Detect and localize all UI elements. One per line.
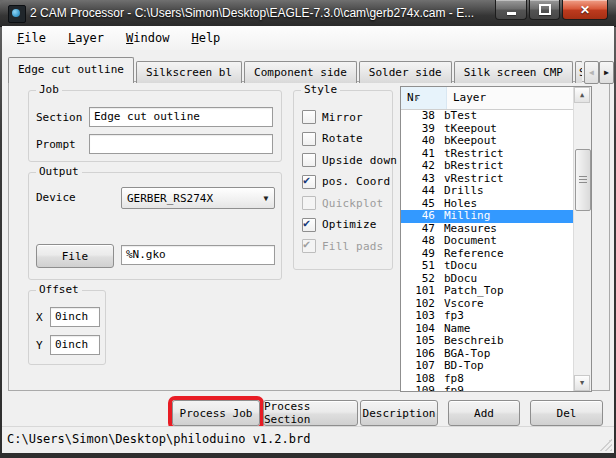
process-section-button[interactable]: Process Section bbox=[263, 400, 358, 426]
minimize-button[interactable] bbox=[495, 0, 527, 20]
tab-edge-cut-outline[interactable]: Edge cut outline bbox=[8, 57, 134, 83]
add-button[interactable]: Add bbox=[448, 400, 520, 426]
layer-name: bRestrict bbox=[435, 160, 504, 173]
device-dropdown[interactable]: GERBER_RS274X ▼ bbox=[121, 187, 275, 209]
del-button[interactable]: Del bbox=[530, 400, 603, 426]
tab-silkscreen-bl[interactable]: Silkscreen bl bbox=[136, 61, 242, 83]
layer-row-btest[interactable]: 38bTest bbox=[401, 110, 574, 123]
cam-processor-window: { "window": { "title": "2 CAM Processor … bbox=[0, 0, 616, 458]
checkbox-row-pos-coord[interactable]: pos. Coord bbox=[302, 175, 390, 189]
arrow-up-icon: ▲ bbox=[580, 91, 584, 99]
layer-name: Beschreib bbox=[435, 335, 504, 348]
checkbox-fill-pads bbox=[302, 239, 316, 253]
layer-name: tDocu bbox=[435, 260, 477, 273]
section-input[interactable]: Edge cut outline bbox=[89, 107, 273, 127]
layer-row-patch-top[interactable]: 101Patch_Top bbox=[401, 285, 574, 298]
layer-list-scrollbar[interactable]: ▲ ▼ bbox=[573, 87, 591, 391]
checkbox-label-fill-pads: Fill pads bbox=[322, 240, 383, 253]
offset-group: Offset X 0inch Y 0inch bbox=[28, 290, 106, 365]
layer-nr: 48 bbox=[401, 235, 435, 248]
maximize-button[interactable] bbox=[529, 0, 560, 20]
status-path: C:\Users\Simon\Desktop\philoduino v1.2.b… bbox=[7, 427, 310, 451]
layer-row-drills[interactable]: 44Drills bbox=[401, 185, 574, 198]
tab-scroll-left-button[interactable]: ◀ bbox=[584, 61, 599, 84]
checkbox-row-quickplot: Quickplot bbox=[302, 196, 383, 210]
layer-nr: 103 bbox=[401, 310, 435, 323]
menu-item-help[interactable]: Help bbox=[180, 31, 231, 45]
layer-row-tdocu[interactable]: 51tDocu bbox=[401, 260, 574, 273]
layer-nr: 40 bbox=[401, 135, 435, 148]
close-icon: ✕ bbox=[580, 3, 590, 17]
offset-y-input[interactable]: 0inch bbox=[50, 335, 100, 355]
device-value: GERBER_RS274X bbox=[122, 192, 258, 205]
layer-nr: 51 bbox=[401, 260, 435, 273]
description-button[interactable]: Description bbox=[360, 400, 438, 426]
menu-item-layer[interactable]: Layer bbox=[57, 31, 115, 45]
checkbox-label-quickplot: Quickplot bbox=[322, 197, 383, 210]
layer-row-document[interactable]: 48Document bbox=[401, 235, 574, 248]
tab-silk-screen-cmp[interactable]: Silk screen CMP bbox=[454, 61, 573, 83]
layer-name: bKeepout bbox=[435, 135, 497, 148]
layer-name: Milling bbox=[435, 210, 490, 223]
checkbox-upside-down[interactable] bbox=[302, 153, 316, 167]
scroll-down-button[interactable]: ▼ bbox=[574, 375, 590, 391]
layer-row-fp9[interactable]: 109fp9 bbox=[401, 385, 574, 391]
layer-row-brestrict[interactable]: 42bRestrict bbox=[401, 160, 574, 173]
process-job-button[interactable]: Process Job bbox=[172, 400, 260, 426]
layer-rows: 38bTest39tKeepout40bKeepout41tRestrict42… bbox=[401, 110, 574, 391]
layer-name: Drills bbox=[435, 185, 484, 198]
column-header-nr[interactable]: ▲ Nr bbox=[401, 87, 447, 109]
prompt-label: Prompt bbox=[36, 138, 89, 151]
tab-panel: Job Section Edge cut outline Prompt Outp… bbox=[8, 81, 610, 391]
file-button[interactable]: File bbox=[36, 244, 114, 268]
layer-nr: 109 bbox=[401, 385, 435, 391]
checkbox-pos-coord[interactable] bbox=[302, 175, 316, 189]
layer-row-fp3[interactable]: 103fp3 bbox=[401, 310, 574, 323]
tab-s[interactable]: S bbox=[575, 61, 582, 83]
layer-nr: 101 bbox=[401, 285, 435, 298]
tab-scroll-right-button[interactable]: ▶ bbox=[599, 61, 614, 84]
checkbox-row-mirror[interactable]: Mirror bbox=[302, 110, 363, 124]
layer-row-bkeepout[interactable]: 40bKeepout bbox=[401, 135, 574, 148]
checkbox-row-optimize[interactable]: Optimize bbox=[302, 218, 377, 232]
checkbox-mirror[interactable] bbox=[302, 110, 316, 124]
layer-nr: 46 bbox=[401, 210, 435, 223]
layer-name: fp9 bbox=[435, 385, 464, 391]
layer-nr: 44 bbox=[401, 185, 435, 198]
tab-solder-side[interactable]: Solder side bbox=[359, 61, 452, 83]
checkbox-rotate[interactable] bbox=[302, 132, 316, 146]
offset-group-label: Offset bbox=[36, 283, 82, 296]
scrollbar-thumb[interactable] bbox=[575, 149, 591, 211]
scroll-up-button[interactable]: ▲ bbox=[574, 87, 590, 103]
layer-list: ▲ Nr Layer 38bTest39tKeepout40bKeepout41… bbox=[400, 86, 592, 392]
window-title: 2 CAM Processor - C:\Users\Simon\Desktop… bbox=[30, 0, 474, 26]
window-controls: ✕ bbox=[495, 0, 608, 20]
sort-ascending-icon: ▲ bbox=[415, 86, 419, 108]
menu-item-window[interactable]: Window bbox=[115, 31, 180, 45]
file-input[interactable]: %N.gko bbox=[121, 245, 275, 265]
resize-grip[interactable] bbox=[599, 438, 612, 451]
layer-row-bd-top[interactable]: 107BD-Top bbox=[401, 360, 574, 373]
prompt-input[interactable] bbox=[89, 134, 273, 154]
job-group: Job Section Edge cut outline Prompt bbox=[28, 90, 282, 162]
close-button[interactable]: ✕ bbox=[562, 0, 608, 20]
checkbox-row-fill-pads: Fill pads bbox=[302, 239, 383, 253]
offset-x-input[interactable]: 0inch bbox=[50, 307, 100, 327]
column-header-layer[interactable]: Layer bbox=[447, 87, 574, 109]
title-bar: 2 CAM Processor - C:\Users\Simon\Desktop… bbox=[0, 0, 616, 27]
checkbox-label-optimize: Optimize bbox=[322, 218, 377, 231]
maximize-icon bbox=[539, 4, 551, 15]
client-area: Edge cut outlineSilkscreen blComponent s… bbox=[2, 50, 614, 452]
layer-row-milling[interactable]: 46Milling bbox=[401, 210, 574, 223]
layer-row-beschreib[interactable]: 105Beschreib bbox=[401, 335, 574, 348]
checkbox-row-rotate[interactable]: Rotate bbox=[302, 132, 363, 146]
checkbox-optimize[interactable] bbox=[302, 218, 316, 232]
chevron-left-icon: ◀ bbox=[589, 68, 594, 77]
layer-nr: 105 bbox=[401, 335, 435, 348]
tab-component-side[interactable]: Component side bbox=[244, 61, 357, 83]
menu-item-file[interactable]: File bbox=[6, 31, 57, 45]
arrow-down-icon: ▼ bbox=[580, 379, 584, 387]
checkbox-row-upside-down[interactable]: Upside down bbox=[302, 153, 397, 167]
output-group: Output Device GERBER_RS274X ▼ File %N.gk… bbox=[28, 172, 282, 280]
chevron-down-icon: ▼ bbox=[258, 194, 274, 203]
